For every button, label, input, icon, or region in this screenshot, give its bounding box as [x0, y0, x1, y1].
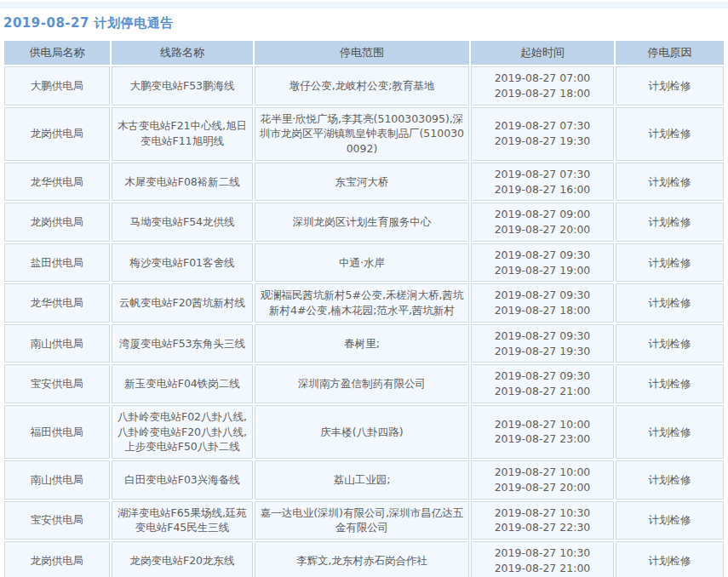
end-time: 2019-08-27 18:00: [474, 86, 610, 101]
time-cell: 2019-08-27 10:002019-08-27 20:00: [471, 460, 614, 500]
header-reason: 停电原因: [616, 41, 724, 65]
table-row: 宝安供电局新玉变电站F04铁岗二线深圳南方盈信制药有限公司2019-08-27 …: [4, 364, 724, 403]
line-cell: 木古变电站F21中心线,旭日变电站F11旭明线: [112, 107, 253, 161]
scope-cell: 深圳龙岗区计划生育服务中心: [255, 203, 469, 242]
start-time: 2019-08-27 07:00: [474, 71, 610, 86]
end-time: 2019-08-27 21:00: [474, 384, 610, 399]
top-strip: [0, 2, 728, 9]
bureau-cell: 大鹏供电局: [4, 66, 110, 106]
reason-cell: 计划检修: [616, 107, 724, 161]
time-cell: 2019-08-27 10:002019-08-27 23:00: [471, 405, 614, 459]
end-time: 2019-08-27 19:00: [474, 263, 610, 278]
line-cell: 八卦岭变电站F02八卦八线,八卦岭变电站F20八卦八线,上步变电站F50八卦二线: [112, 405, 253, 459]
line-cell: 湾厦变电站F53东角头三线: [112, 324, 253, 363]
time-cell: 2019-08-27 09:302019-08-27 19:30: [471, 324, 614, 363]
time-cell: 2019-08-27 10:302019-08-27 21:00: [471, 541, 614, 577]
scope-cell: 春树里;: [255, 324, 469, 363]
bureau-cell: 龙岗供电局: [4, 541, 110, 577]
start-time: 2019-08-27 09:00: [474, 207, 610, 222]
table-row: 宝安供电局湖洋变电站F65果场线,廷苑变电站F45民生三线嘉一达电业(深圳)有限…: [4, 501, 724, 540]
start-time: 2019-08-27 09:30: [474, 328, 610, 344]
scope-cell: 墩仔公变,龙岐村公变;教育基地: [255, 66, 469, 106]
line-cell: 梅沙变电站F01客舍线: [112, 243, 253, 283]
start-time: 2019-08-27 09:30: [474, 368, 610, 384]
header-scope: 停电范围: [255, 41, 469, 65]
time-cell: 2019-08-27 07:002019-08-27 18:00: [471, 66, 614, 106]
scope-cell: 深圳南方盈信制药有限公司: [255, 364, 469, 403]
outage-table-body: 大鹏供电局大鹏变电站F53鹏海线墩仔公变,龙岐村公变;教育基地2019-08-2…: [4, 66, 724, 577]
end-time: 2019-08-27 16:00: [474, 182, 610, 197]
table-row: 龙岗供电局木古变电站F21中心线,旭日变电站F11旭明线花半里·欣悦广场,李其亮…: [4, 107, 724, 161]
table-row: 大鹏供电局大鹏变电站F53鹏海线墩仔公变,龙岐村公变;教育基地2019-08-2…: [4, 66, 724, 106]
scope-cell: 观澜福民茜坑新村5#公变,禾槎涧大桥,茜坑新村4#公变,楠木花园;范水平,茜坑新…: [255, 283, 469, 323]
line-cell: 湖洋变电站F65果场线,廷苑变电站F45民生三线: [112, 501, 253, 540]
time-cell: 2019-08-27 09:302019-08-27 18:00: [471, 283, 614, 323]
table-row: 龙岗供电局龙岗变电站F20龙东线李辉文,龙东村赤石岗合作社2019-08-27 …: [4, 541, 724, 577]
header-bureau: 供电局名称: [4, 41, 110, 65]
reason-cell: 计划检修: [616, 283, 724, 323]
end-time: 2019-08-27 19:30: [474, 344, 610, 359]
bureau-cell: 龙华供电局: [4, 283, 110, 323]
table-row: 福田供电局八卦岭变电站F02八卦八线,八卦岭变电站F20八卦八线,上步变电站F5…: [4, 405, 724, 459]
bureau-cell: 盐田供电局: [4, 243, 110, 283]
time-cell: 2019-08-27 09:302019-08-27 21:00: [471, 364, 614, 403]
end-time: 2019-08-27 23:00: [474, 431, 610, 447]
reason-cell: 计划检修: [616, 405, 724, 459]
line-cell: 马坳变电站F54龙供线: [112, 203, 253, 242]
bureau-cell: 宝安供电局: [4, 364, 110, 403]
bureau-cell: 南山供电局: [4, 460, 110, 500]
reason-cell: 计划检修: [616, 163, 724, 202]
scope-cell: 李辉文,龙东村赤石岗合作社: [255, 541, 469, 577]
table-row: 龙华供电局云帆变电站F20茜坑新村线观澜福民茜坑新村5#公变,禾槎涧大桥,茜坑新…: [4, 283, 724, 323]
end-time: 2019-08-27 22:30: [474, 520, 610, 535]
line-cell: 木犀变电站F08裕新二线: [112, 163, 253, 202]
time-cell: 2019-08-27 07:302019-08-27 19:30: [471, 107, 614, 161]
bureau-cell: 福田供电局: [4, 405, 110, 459]
line-cell: 新玉变电站F04铁岗二线: [112, 364, 253, 403]
reason-cell: 计划检修: [616, 541, 724, 577]
reason-cell: 计划检修: [616, 460, 724, 500]
scope-cell: 嘉一达电业(深圳)有限公司,深圳市昌亿达五金有限公司: [255, 501, 469, 540]
start-time: 2019-08-27 07:30: [474, 118, 610, 134]
reason-cell: 计划检修: [616, 364, 724, 403]
start-time: 2019-08-27 09:30: [474, 248, 610, 263]
header-start-time: 起始时间: [471, 41, 614, 65]
end-time: 2019-08-27 18:00: [474, 303, 610, 318]
end-time: 2019-08-27 20:00: [474, 222, 610, 237]
line-cell: 云帆变电站F20茜坑新村线: [112, 283, 253, 323]
start-time: 2019-08-27 09:30: [474, 288, 610, 303]
reason-cell: 计划检修: [616, 66, 724, 106]
bureau-cell: 龙岗供电局: [4, 107, 110, 161]
end-time: 2019-08-27 19:30: [474, 134, 610, 149]
table-row: 盐田供电局梅沙变电站F01客舍线中通·水岸2019-08-27 09:30201…: [4, 243, 724, 283]
bureau-cell: 龙华供电局: [4, 163, 110, 202]
header-line: 线路名称: [112, 41, 253, 65]
bureau-cell: 宝安供电局: [4, 501, 110, 540]
time-cell: 2019-08-27 09:302019-08-27 19:00: [471, 243, 614, 283]
table-row: 龙华供电局木犀变电站F08裕新二线东宝河大桥2019-08-27 07:3020…: [4, 163, 724, 202]
scope-cell: 中通·水岸: [255, 243, 469, 283]
reason-cell: 计划检修: [616, 203, 724, 242]
start-time: 2019-08-27 07:30: [474, 167, 610, 182]
time-cell: 2019-08-27 07:302019-08-27 16:00: [471, 163, 614, 202]
line-cell: 白田变电站F03兴海备线: [112, 460, 253, 500]
page-title: 2019-08-27 计划停电通告: [3, 15, 728, 31]
line-cell: 龙岗变电站F20龙东线: [112, 541, 253, 577]
start-time: 2019-08-27 10:00: [474, 417, 610, 432]
start-time: 2019-08-27 10:30: [474, 546, 610, 561]
table-header-row: 供电局名称 线路名称 停电范围 起始时间 停电原因: [4, 41, 724, 65]
bureau-cell: 龙岗供电局: [4, 203, 110, 242]
table-row: 南山供电局白田变电站F03兴海备线荔山工业园;2019-08-27 10:002…: [4, 460, 724, 500]
reason-cell: 计划检修: [616, 501, 724, 540]
bureau-cell: 南山供电局: [4, 324, 110, 363]
reason-cell: 计划检修: [616, 243, 724, 283]
scope-cell: 荔山工业园;: [255, 460, 469, 500]
end-time: 2019-08-27 21:00: [474, 561, 610, 576]
time-cell: 2019-08-27 10:302019-08-27 22:30: [471, 501, 614, 540]
scope-cell: 花半里·欣悦广场,李其亮(5100303095),深圳市龙岗区平湖镇凯皇钟表制品…: [255, 107, 469, 161]
end-time: 2019-08-27 20:00: [474, 480, 610, 495]
scope-cell: 东宝河大桥: [255, 163, 469, 202]
outage-table: 供电局名称 线路名称 停电范围 起始时间 停电原因 大鹏供电局大鹏变电站F53鹏…: [3, 39, 725, 577]
table-row: 南山供电局湾厦变电站F53东角头三线春树里;2019-08-27 09:3020…: [4, 324, 724, 363]
start-time: 2019-08-27 10:00: [474, 465, 610, 480]
